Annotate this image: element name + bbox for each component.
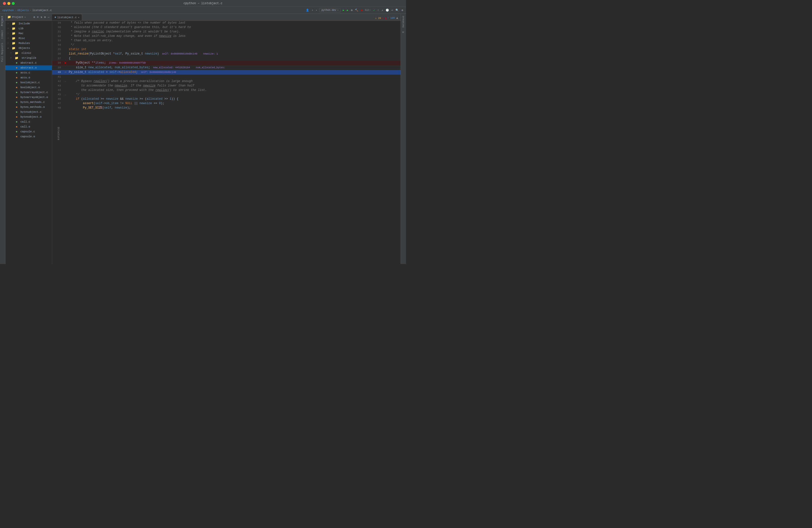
tree-item-modules[interactable]: › 📁 Modules — [5, 41, 52, 46]
back-icon[interactable]: ‹ — [311, 8, 314, 12]
tree-item-objects[interactable]: ▾ 📁 Objects — [5, 46, 52, 50]
close-button[interactable] — [3, 2, 6, 5]
folder-icon: 📁 — [8, 15, 11, 19]
warning-indicator: ⚠ 20 — [375, 17, 381, 20]
avatar-icon[interactable]: 👤 — [305, 8, 310, 12]
breadcrumb-bar: cpython › Objects › listobject.c 👤 ‹ › p… — [0, 7, 406, 14]
project-chevron[interactable]: ▾ — [24, 16, 26, 19]
stop-icon[interactable]: ■ — [360, 8, 363, 12]
tree-item-clinic[interactable]: › 📁 clinic — [5, 50, 52, 56]
file-type-icon: ■ — [55, 16, 56, 19]
tree-item-include[interactable]: › 📁 Include — [5, 21, 52, 26]
tree-item-bytearrayc[interactable]: ■ bytearrayobject.c — [5, 90, 52, 95]
breadcrumb-objects[interactable]: Objects — [17, 9, 29, 12]
tree-item-bytesobjectio[interactable]: ■ bytesobject.o — [5, 115, 52, 119]
branch-selector[interactable]: python-dev ▾ — [319, 8, 341, 12]
tree-item-misc[interactable]: › 📁 Misc — [5, 36, 52, 41]
tree-item-stringlib[interactable]: › 📁 stringlib — [5, 56, 52, 60]
editor-area: ■ listobject.c ✕ ⚠ 20 ✕ 1 ↑ 199 ▲ 29 * f… — [52, 14, 401, 264]
maximize-button[interactable] — [12, 2, 15, 5]
code-line-42: 42 ⌄ /* Bypass realloc() when a previous… — [52, 79, 401, 84]
tree-item-abstractc[interactable]: ■ abstract.c — [5, 60, 52, 65]
code-line-34: 34 */ — [52, 43, 401, 47]
sidebar-tab-database[interactable]: Database — [401, 14, 406, 29]
file-tree-header: 📁 Project ▾ ⚙ ≡ ⇅ ⚙ — — [5, 14, 52, 20]
tree-item-boolobjectio[interactable]: ■ boolobject.o — [5, 85, 52, 90]
tree-item-bytesmethodsc[interactable]: ■ bytes_methods.c — [5, 100, 52, 105]
code-line-36: 36 list_resize(PyListObject *self, Py_ss… — [52, 52, 401, 56]
tab-close-button[interactable]: ✕ — [78, 16, 79, 19]
settings-gear-icon[interactable]: ⚙ — [33, 15, 35, 19]
tree-item-bytesobjectc[interactable]: ■ bytesobject.c — [5, 109, 52, 115]
code-line-37: 37 { — [52, 56, 401, 61]
minimize-button[interactable] — [8, 2, 10, 5]
sidebar-tab-pullrequests[interactable]: Pull Requests — [0, 41, 5, 64]
sidebar-tab-commit[interactable]: Commit — [0, 28, 5, 41]
breadcrumb-cpython[interactable]: cpython — [2, 9, 14, 12]
undo-icon[interactable]: ↩ — [391, 8, 394, 12]
tree-item-callc[interactable]: ■ call.c — [5, 119, 52, 124]
tree-item-bytearrayo[interactable]: ■ bytearrayobject.o — [5, 95, 52, 100]
code-line-41: 41 — [52, 75, 401, 79]
code-line-32: 32 * Note that self->ob_item may change,… — [52, 34, 401, 38]
git-label: Git: — [364, 8, 371, 12]
expand-icon[interactable]: ⚙ — [44, 15, 46, 19]
top-right-toolbar: 👤 ‹ › python-dev ▾ ▶ ▶ ⚙ 🔨 ■ Git: ✓ ↑ ↗ … — [305, 8, 404, 12]
file-tree-body: › 📁 Include › 📁 Lib › 📁 Mac › 📁 Misc › 📁… — [5, 20, 52, 264]
left-sidebar-tabs: Project Commit Pull Requests — [0, 14, 5, 264]
code-line-40: 40 → Py_ssize_t allocated = self->alloca… — [52, 70, 401, 75]
editor-scroll-up[interactable]: ▲ — [396, 16, 398, 20]
forward-icon[interactable]: › — [315, 8, 318, 12]
git-fetch-icon[interactable]: ↗ — [381, 8, 383, 12]
code-line-47: 47 assert(self->ob_item != NULL || newsi… — [52, 101, 401, 106]
window-controls[interactable] — [3, 2, 15, 5]
tree-item-mac[interactable]: › 📁 Mac — [5, 31, 52, 36]
title-bar: cpython – listobject.c — [0, 0, 406, 7]
main-content: Project Commit Pull Requests 📁 Project ▾… — [0, 14, 406, 264]
tree-item-bytesmethodso[interactable]: ■ bytes_methods.o — [5, 105, 52, 109]
code-line-43: 43 to accommodate the newsize. If the ne… — [52, 84, 401, 88]
branch-label: python-dev — [321, 9, 336, 12]
git-check-icon[interactable]: ✓ — [373, 8, 376, 12]
tree-item-capsuleo[interactable]: ■ capsule.o — [5, 134, 52, 139]
window-title: cpython – listobject.c — [184, 2, 222, 5]
breakpoint-icon[interactable]: ● — [64, 61, 66, 65]
tree-item-boolobjectc[interactable]: ■ boolobject.c — [5, 80, 52, 85]
run-button[interactable]: ▶ — [342, 8, 345, 12]
tree-item-accuc[interactable]: ■ accu.c — [5, 70, 52, 75]
project-label: Project — [12, 16, 23, 19]
sidebar-tab-m[interactable]: M — [401, 29, 406, 35]
list-icon[interactable]: ≡ — [37, 15, 39, 19]
editor-tab-listobject[interactable]: ■ listobject.c ✕ — [52, 14, 82, 20]
code-view[interactable]: 29 * fails when passed a number of bytes… — [52, 20, 401, 264]
collapse-all-icon[interactable]: — — [47, 15, 50, 19]
right-sidebar: Database M — [401, 14, 406, 264]
tree-item-abstracto[interactable]: ■ abstract.o — [5, 65, 52, 70]
code-line-48: 48 Py_SET_SIZE(self, newsize); — [52, 106, 401, 110]
code-line-33: 33 * than ob_size on entry. — [52, 38, 401, 43]
file-tree-panel: 📁 Project ▾ ⚙ ≡ ⇅ ⚙ — › 📁 Include › 📁 Li… — [5, 14, 52, 264]
code-line-44: 44 the allocated size, then proceed with… — [52, 88, 401, 92]
tree-item-lib[interactable]: › 📁 Lib — [5, 26, 52, 31]
editor-tabs: ■ listobject.c ✕ ⚠ 20 ✕ 1 ↑ 199 ▲ — [52, 14, 401, 20]
tree-item-accuo[interactable]: ■ accu.o — [5, 75, 52, 80]
search-icon[interactable]: 🔍 — [395, 8, 400, 12]
settings-icon[interactable]: ⚙ — [401, 8, 404, 12]
build-icon[interactable]: 🔨 — [354, 8, 359, 12]
tree-item-callo[interactable]: ■ call.o — [5, 124, 52, 129]
code-line-35: 35 static int — [52, 47, 401, 52]
git-history-icon[interactable]: 🕐 — [385, 8, 390, 12]
info-indicator: ↑ 199 — [387, 17, 395, 19]
code-line-30: 30 * allocated (the C standard doesn't g… — [52, 25, 401, 29]
breadcrumb-file[interactable]: listobject.c — [32, 9, 52, 12]
error-indicator: ✕ 1 — [382, 17, 386, 20]
tab-label: listobject.c — [57, 16, 77, 19]
code-line-45: 45 ⌄ */ — [52, 92, 401, 97]
tree-item-capsulec[interactable]: ■ capsule.c — [5, 129, 52, 134]
run-config-icon[interactable]: ⚙ — [350, 8, 353, 12]
debug-run-button[interactable]: ▶ — [346, 8, 349, 12]
git-push-icon[interactable]: ↑ — [377, 8, 380, 12]
sort-icon[interactable]: ⇅ — [40, 15, 43, 19]
code-line-46: 46 if (allocated >= newsize && newsize >… — [52, 97, 401, 101]
sidebar-tab-project[interactable]: Project — [0, 14, 5, 28]
